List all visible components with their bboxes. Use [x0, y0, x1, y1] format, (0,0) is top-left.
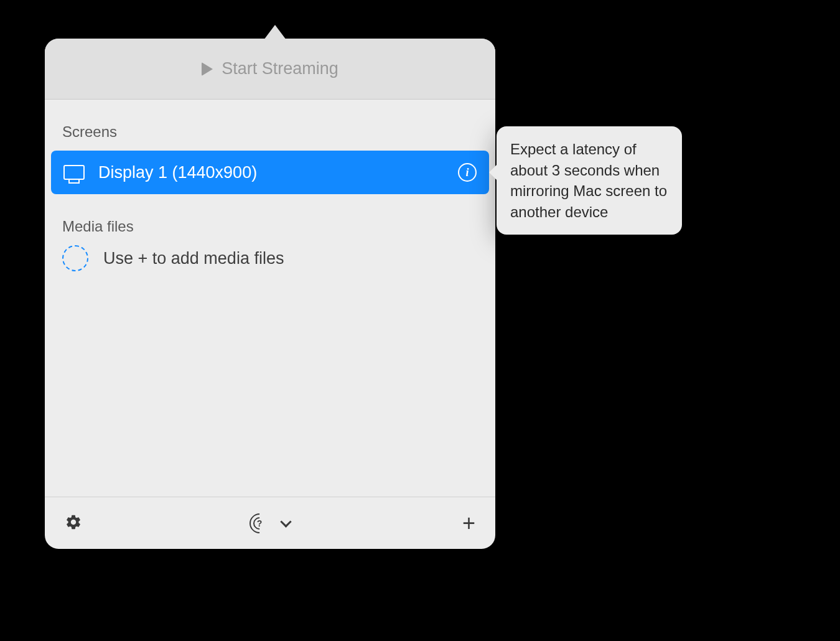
add-button[interactable]: +: [462, 512, 475, 535]
screens-section-label: Screens: [45, 123, 495, 141]
monitor-icon: [63, 165, 85, 180]
header-title: Start Streaming: [222, 59, 338, 78]
screen-item-label: Display 1 (1440x900): [98, 163, 257, 182]
settings-button[interactable]: [65, 513, 82, 533]
tooltip-text: Expect a latency of about 3 seconds when…: [510, 141, 667, 220]
media-empty-row: Use + to add media files: [45, 245, 495, 271]
latency-tooltip: Expect a latency of about 3 seconds when…: [497, 126, 682, 235]
play-icon: [202, 62, 213, 76]
streaming-popover: Start Streaming Screens Display 1 (1440x…: [45, 24, 495, 548]
gear-icon: [65, 513, 82, 531]
panel-body: Screens Display 1 (1440x900) i Media fil…: [45, 100, 495, 497]
start-streaming-button[interactable]: Start Streaming: [45, 39, 495, 100]
screen-item-display-1[interactable]: Display 1 (1440x900) i: [51, 151, 489, 194]
tooltip-arrow: [489, 164, 498, 181]
dashed-circle-icon: [62, 245, 88, 271]
popover-arrow: [264, 25, 286, 40]
media-section-label: Media files: [45, 218, 495, 235]
chevron-down-icon: [281, 518, 291, 528]
info-icon[interactable]: i: [458, 163, 477, 182]
media-empty-hint: Use + to add media files: [103, 249, 284, 268]
media-section: Media files Use + to add media files: [45, 218, 495, 271]
target-dropdown[interactable]: ?: [250, 513, 291, 533]
panel: Start Streaming Screens Display 1 (1440x…: [45, 39, 495, 549]
footer-toolbar: ? +: [45, 497, 495, 549]
cast-target-icon: ?: [250, 513, 269, 533]
